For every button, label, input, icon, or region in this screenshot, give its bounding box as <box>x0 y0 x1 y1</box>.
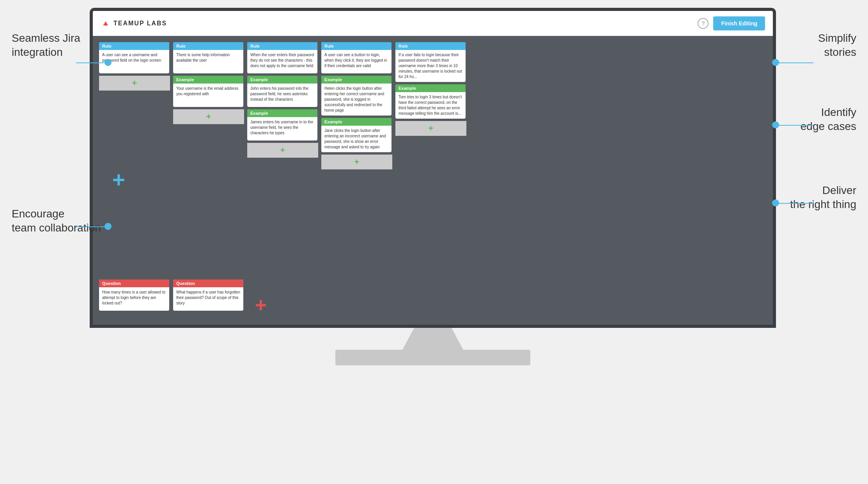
card-body-example-3b: James enters his username in to the user… <box>247 117 317 141</box>
card-example-3b[interactable]: Example James enters his username in to … <box>247 109 317 141</box>
card-rule-2[interactable]: Rule There is some help information avai… <box>173 42 243 73</box>
monitor-frame: 🔺 TEAMUP LABS ? Finish Editing Rule A us… <box>90 8 776 359</box>
column-4: Rule A user can see a button to login, w… <box>321 42 392 169</box>
card-example-4a[interactable]: Example Helen clicks the login button af… <box>321 76 391 116</box>
connector-deliver <box>774 203 813 204</box>
add-icon-col2: + <box>206 112 211 121</box>
app-header: 🔺 TEAMUP LABS ? Finish Editing <box>93 11 773 36</box>
connector-edge-cases <box>774 125 813 126</box>
card-body-rule-5: If a user fails to login because their p… <box>395 50 466 82</box>
add-btn-col5[interactable]: + <box>395 121 466 136</box>
add-btn-col2[interactable]: + <box>173 109 244 124</box>
add-icon-col1: + <box>132 79 137 87</box>
add-btn-col4[interactable]: + <box>321 155 392 169</box>
app-logo: 🔺 TEAMUP LABS <box>101 19 167 28</box>
card-header-example-3a: Example <box>247 76 317 84</box>
card-body-example-5a: Tom tries to login 3 times but doesn't h… <box>395 92 466 119</box>
columns-row: Rule A user can see a username and passw… <box>99 42 767 169</box>
connector-dot-edge-cases <box>772 121 779 128</box>
card-header-question-2: Question <box>173 279 243 287</box>
card-rule-3[interactable]: Rule When the user enters their password… <box>247 42 317 73</box>
logo-icon: 🔺 <box>101 19 110 28</box>
connector-dot-simplify <box>772 59 779 66</box>
card-example-3a[interactable]: Example John enters his password into th… <box>247 76 317 107</box>
card-header-example-4b: Example <box>321 118 391 126</box>
card-rule-4[interactable]: Rule A user can see a button to login, w… <box>321 42 391 73</box>
monitor-neck <box>402 328 464 351</box>
logo-text: TEAMUP LABS <box>113 20 167 27</box>
card-example-5a[interactable]: Example Tom tries to login 3 times but d… <box>395 84 466 119</box>
card-header-rule-4: Rule <box>321 42 391 50</box>
card-header-rule-2: Rule <box>173 42 243 50</box>
card-body-rule-3: When the user enters their password they… <box>247 50 317 73</box>
simplify-stories-label: Simplifystories <box>818 31 856 60</box>
card-body-example-2a: Your username is the email address you r… <box>173 84 243 107</box>
help-button[interactable]: ? <box>698 18 709 29</box>
card-header-example-4a: Example <box>321 76 391 84</box>
card-example-2a[interactable]: Example Your username is the email addre… <box>173 76 243 107</box>
finish-editing-button[interactable]: Finish Editing <box>713 16 765 30</box>
card-question-2[interactable]: Question What happens if a user has forg… <box>173 279 243 311</box>
card-body-example-3a: John enters his password into the passwo… <box>247 84 317 107</box>
deliver-right-thing-label: Deliverthe right thing <box>790 183 856 212</box>
add-question-button[interactable]: + <box>247 291 275 319</box>
add-question-icon: + <box>255 295 267 315</box>
column-3: Rule When the user enters their password… <box>247 42 318 169</box>
add-icon-col4: + <box>354 158 360 166</box>
app-chrome: 🔺 TEAMUP LABS ? Finish Editing Rule A us… <box>93 11 773 325</box>
card-header-example-2a: Example <box>173 76 243 84</box>
card-body-question-2: What happens if a user has forgotten the… <box>173 287 243 311</box>
add-btn-col3[interactable]: + <box>247 143 318 158</box>
bottom-row: Question How many times is a user allowe… <box>99 279 275 319</box>
connector-simplify <box>774 62 813 63</box>
card-body-question-1: How many times is a user allowed to atte… <box>99 287 169 311</box>
connector-dot-seamless-jira <box>105 59 112 66</box>
board-area: Rule A user can see a username and passw… <box>93 36 773 325</box>
card-header-question-1: Question <box>99 279 169 287</box>
card-header-rule-1: Rule <box>99 42 169 50</box>
column-5: Rule If a user fails to login because th… <box>395 42 466 169</box>
board-add-large-button[interactable]: + <box>112 169 125 190</box>
connector-dot-encourage <box>105 223 112 230</box>
card-question-1[interactable]: Question How many times is a user allowe… <box>99 279 169 311</box>
card-header-example-3b: Example <box>247 109 317 117</box>
card-body-rule-4: A user can see a button to login, when t… <box>321 50 391 73</box>
encourage-collaboration-label: Encourageteam collaboration <box>12 207 101 235</box>
card-body-rule-2: There is some help information available… <box>173 50 243 73</box>
identify-edge-cases-label: Identifyedge cases <box>801 105 856 134</box>
seamless-jira-label: Seamless Jiraintegration <box>12 31 80 60</box>
add-icon-col5: + <box>429 124 434 133</box>
connector-dot-deliver <box>772 199 779 206</box>
monitor-screen: 🔺 TEAMUP LABS ? Finish Editing Rule A us… <box>90 8 776 328</box>
card-body-example-4b: Jane clicks the login button after enter… <box>321 126 391 152</box>
column-q1: Question How many times is a user allowe… <box>99 279 170 311</box>
add-btn-col1[interactable]: + <box>99 76 170 91</box>
column-q2: Question What happens if a user has forg… <box>173 279 244 311</box>
card-rule-1[interactable]: Rule A user can see a username and passw… <box>99 42 169 73</box>
add-icon-col3: + <box>280 146 285 155</box>
column-2: Rule There is some help information avai… <box>173 42 244 169</box>
card-header-rule-5: Rule <box>395 42 466 50</box>
card-example-4b[interactable]: Example Jane clicks the login button aft… <box>321 118 391 152</box>
card-body-example-4a: Helen clicks the login button after ente… <box>321 84 391 116</box>
card-header-rule-3: Rule <box>247 42 317 50</box>
monitor-base <box>335 350 530 365</box>
card-header-example-5a: Example <box>395 84 466 92</box>
card-rule-5[interactable]: Rule If a user fails to login because th… <box>395 42 466 82</box>
